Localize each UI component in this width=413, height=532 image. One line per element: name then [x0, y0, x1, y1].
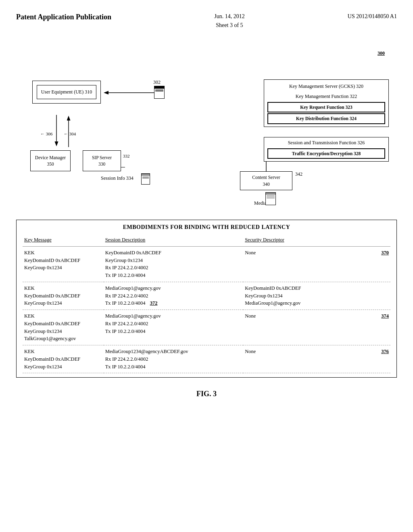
- ue-box: User Equipment (UE) 310: [32, 81, 101, 104]
- page-header: Patent Application Publication Jun. 14, …: [16, 8, 397, 38]
- table-row: KEK KeyDomainID 0xABCDEF KeyGroup 0x1234…: [23, 345, 390, 373]
- content-server-box: Content Server 340: [240, 171, 292, 191]
- table-cell-session: KeyDomainID 0xABCDEF KeyGroup 0x1234 Rx …: [104, 246, 244, 282]
- publication-title: Patent Application Publication: [16, 12, 111, 22]
- table-cell-key: KEK KeyDomainID 0xABCDEF KeyGroup 0x1234: [23, 246, 104, 282]
- table-cell-session: MediaGroup1@agency.gov Rx IP 224.2.2.0/4…: [104, 310, 244, 345]
- sip-server-box: SIP Server 330: [83, 150, 121, 171]
- ue-box-inner: User Equipment (UE) 310: [37, 85, 96, 99]
- figure-label: FIG. 3: [16, 390, 397, 398]
- table-row: KEK KeyDomainID 0xABCDEF KeyGroup 0x1234…: [23, 246, 390, 282]
- ref-342: 342: [295, 171, 302, 177]
- table-section: EMBODIMENTS FOR BINDING WITH REDUCED LAT…: [16, 220, 397, 378]
- table-cell-security: 374None: [243, 310, 390, 345]
- ref-306: ← 306: [40, 131, 52, 137]
- media-icon: [265, 192, 276, 205]
- table-cell-key: KEK KeyDomainID 0xABCDEF KeyGroup 0x1234: [23, 282, 104, 310]
- session-info-icon: [141, 173, 150, 185]
- table-cell-key: KEK KeyDomainID 0xABCDEF KeyGroup 0x1234…: [23, 310, 104, 345]
- data-table: Key Message Session Description Security…: [23, 235, 390, 374]
- publication-number: US 2012/0148050 A1: [348, 12, 397, 21]
- kms-box: Key Management Server (GCKS) 320 Key Man…: [264, 79, 389, 127]
- table-cell-security: 376None: [243, 345, 390, 373]
- col-header-key: Key Message: [23, 235, 104, 247]
- krf-box: Key Request Function 323: [267, 102, 385, 112]
- ted-box: Traffic Encryption/Decryption 328: [267, 148, 385, 159]
- table-row: KEK KeyDomainID 0xABCDEF KeyGroup 0x1234…: [23, 310, 390, 345]
- device-manager-box: Device Manager 350: [30, 150, 71, 171]
- ref-332: 332: [123, 153, 130, 159]
- table-row: KEK KeyDomainID 0xABCDEF KeyGroup 0x1234…: [23, 282, 390, 310]
- table-cell-security: 370None: [243, 246, 390, 282]
- table-cell-session: MediaGroup1@agency.gov Rx IP 224.2.2.0/4…: [104, 282, 244, 310]
- table-cell-security: KeyDomainID 0xABCDEF KeyGroup 0x1234 Med…: [243, 282, 390, 310]
- kdf-box: Key Distribution Function 324: [267, 113, 385, 124]
- diagram-area: 300 User Equipment (UE) 310 302 Key Mana…: [16, 50, 397, 212]
- ref-302: 302: [153, 79, 161, 85]
- ref-304: ← 304: [64, 131, 76, 137]
- col-header-security: Security Descriptor: [243, 235, 390, 247]
- publication-date: Jun. 14, 2012 Sheet 3 of 5: [214, 12, 244, 30]
- table-cell-session: MediaGroup1234@agencyABCDEF.gov Rx IP 22…: [104, 345, 244, 373]
- server-icon-302: [154, 86, 165, 99]
- session-info-label: Session Info 334: [101, 175, 133, 181]
- table-header-row: Key Message Session Description Security…: [23, 235, 390, 247]
- table-cell-key: KEK KeyDomainID 0xABCDEF KeyGroup 0x1234: [23, 345, 104, 373]
- stf-box: Session and Transmission Function 326 Tr…: [264, 137, 389, 162]
- ref-300: 300: [378, 50, 385, 56]
- col-header-session: Session Description: [104, 235, 244, 247]
- table-title: EMBODIMENTS FOR BINDING WITH REDUCED LAT…: [23, 224, 390, 231]
